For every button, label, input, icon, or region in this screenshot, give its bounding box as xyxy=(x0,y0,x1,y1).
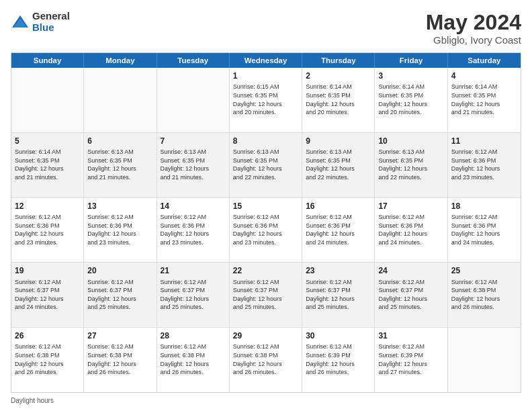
calendar-cell xyxy=(448,328,521,392)
calendar-cell: 24Sunrise: 6:12 AM Sunset: 6:37 PM Dayli… xyxy=(375,263,447,327)
day-info: Sunrise: 6:12 AM Sunset: 6:36 PM Dayligh… xyxy=(15,213,80,246)
day-info: Sunrise: 6:12 AM Sunset: 6:39 PM Dayligh… xyxy=(306,342,371,376)
day-number: 10 xyxy=(378,136,443,146)
day-number: 2 xyxy=(306,71,371,81)
calendar-cell: 13Sunrise: 6:12 AM Sunset: 6:36 PM Dayli… xyxy=(84,198,157,263)
calendar-cell: 17Sunrise: 6:12 AM Sunset: 6:36 PM Dayli… xyxy=(375,198,447,263)
day-number: 15 xyxy=(233,201,298,212)
weekday-header: Monday xyxy=(84,53,157,68)
day-number: 23 xyxy=(306,265,371,276)
day-info: Sunrise: 6:12 AM Sunset: 6:36 PM Dayligh… xyxy=(451,148,517,181)
day-info: Sunrise: 6:12 AM Sunset: 6:36 PM Dayligh… xyxy=(87,213,152,246)
calendar-cell: 19Sunrise: 6:12 AM Sunset: 6:37 PM Dayli… xyxy=(11,263,84,327)
day-number: 16 xyxy=(306,201,371,212)
day-number: 1 xyxy=(233,71,298,81)
logo-text: General Blue xyxy=(32,11,70,33)
day-number: 29 xyxy=(233,330,298,341)
day-number: 6 xyxy=(87,136,152,146)
calendar-cell: 25Sunrise: 6:12 AM Sunset: 6:38 PM Dayli… xyxy=(448,263,521,327)
calendar-cell: 23Sunrise: 6:12 AM Sunset: 6:37 PM Dayli… xyxy=(302,263,375,327)
day-info: Sunrise: 6:12 AM Sunset: 6:36 PM Dayligh… xyxy=(451,213,517,246)
day-info: Sunrise: 6:15 AM Sunset: 6:35 PM Dayligh… xyxy=(233,83,298,116)
calendar-cell: 11Sunrise: 6:12 AM Sunset: 6:36 PM Dayli… xyxy=(448,133,521,197)
calendar: SundayMondayTuesdayWednesdayThursdayFrid… xyxy=(11,52,521,393)
day-number: 17 xyxy=(378,201,443,212)
day-number: 19 xyxy=(15,265,80,276)
day-info: Sunrise: 6:12 AM Sunset: 6:37 PM Dayligh… xyxy=(87,278,152,312)
calendar-cell: 2Sunrise: 6:14 AM Sunset: 6:35 PM Daylig… xyxy=(302,68,375,132)
header: General Blue May 2024 Gbliglo, Ivory Coa… xyxy=(11,11,521,46)
calendar-cell: 8Sunrise: 6:13 AM Sunset: 6:35 PM Daylig… xyxy=(230,133,302,197)
day-number: 12 xyxy=(15,201,80,212)
day-number: 4 xyxy=(451,71,517,81)
calendar-cell: 31Sunrise: 6:12 AM Sunset: 6:39 PM Dayli… xyxy=(375,328,447,392)
day-info: Sunrise: 6:12 AM Sunset: 6:37 PM Dayligh… xyxy=(233,278,298,312)
weekday-header: Thursday xyxy=(302,53,375,68)
day-info: Sunrise: 6:12 AM Sunset: 6:36 PM Dayligh… xyxy=(161,213,226,246)
day-number: 18 xyxy=(451,201,517,212)
calendar-cell: 5Sunrise: 6:14 AM Sunset: 6:35 PM Daylig… xyxy=(11,133,84,197)
day-info: Sunrise: 6:14 AM Sunset: 6:35 PM Dayligh… xyxy=(306,83,371,116)
calendar-body: 1Sunrise: 6:15 AM Sunset: 6:35 PM Daylig… xyxy=(11,68,521,392)
day-number: 26 xyxy=(15,330,80,341)
day-info: Sunrise: 6:12 AM Sunset: 6:38 PM Dayligh… xyxy=(87,342,152,376)
weekday-header: Tuesday xyxy=(157,53,230,68)
calendar-cell: 27Sunrise: 6:12 AM Sunset: 6:38 PM Dayli… xyxy=(84,328,157,392)
calendar-cell: 10Sunrise: 6:13 AM Sunset: 6:35 PM Dayli… xyxy=(375,133,447,197)
calendar-cell: 21Sunrise: 6:12 AM Sunset: 6:37 PM Dayli… xyxy=(157,263,230,327)
calendar-row: 5Sunrise: 6:14 AM Sunset: 6:35 PM Daylig… xyxy=(11,132,521,197)
weekday-header: Friday xyxy=(375,53,447,68)
calendar-cell: 26Sunrise: 6:12 AM Sunset: 6:38 PM Dayli… xyxy=(11,328,84,392)
calendar-row: 12Sunrise: 6:12 AM Sunset: 6:36 PM Dayli… xyxy=(11,197,521,263)
logo-icon xyxy=(11,13,30,32)
calendar-row: 19Sunrise: 6:12 AM Sunset: 6:37 PM Dayli… xyxy=(11,262,521,327)
calendar-cell xyxy=(11,68,84,132)
day-info: Sunrise: 6:12 AM Sunset: 6:38 PM Dayligh… xyxy=(451,278,517,312)
day-info: Sunrise: 6:13 AM Sunset: 6:35 PM Dayligh… xyxy=(161,148,226,181)
day-info: Sunrise: 6:12 AM Sunset: 6:36 PM Dayligh… xyxy=(378,213,443,246)
calendar-cell: 28Sunrise: 6:12 AM Sunset: 6:38 PM Dayli… xyxy=(157,328,230,392)
calendar-cell xyxy=(84,68,157,132)
day-number: 20 xyxy=(87,265,152,276)
day-number: 24 xyxy=(378,265,443,276)
day-number: 3 xyxy=(378,71,443,81)
calendar-cell: 30Sunrise: 6:12 AM Sunset: 6:39 PM Dayli… xyxy=(302,328,375,392)
day-info: Sunrise: 6:12 AM Sunset: 6:36 PM Dayligh… xyxy=(306,213,371,246)
calendar-cell: 9Sunrise: 6:13 AM Sunset: 6:35 PM Daylig… xyxy=(302,133,375,197)
calendar-cell: 20Sunrise: 6:12 AM Sunset: 6:37 PM Dayli… xyxy=(84,263,157,327)
day-info: Sunrise: 6:12 AM Sunset: 6:38 PM Dayligh… xyxy=(161,342,226,376)
day-info: Sunrise: 6:12 AM Sunset: 6:37 PM Dayligh… xyxy=(161,278,226,312)
day-number: 27 xyxy=(87,330,152,341)
day-number: 25 xyxy=(451,265,517,276)
calendar-cell: 18Sunrise: 6:12 AM Sunset: 6:36 PM Dayli… xyxy=(448,198,521,263)
day-info: Sunrise: 6:13 AM Sunset: 6:35 PM Dayligh… xyxy=(233,148,298,181)
calendar-cell: 29Sunrise: 6:12 AM Sunset: 6:38 PM Dayli… xyxy=(230,328,302,392)
calendar-cell: 15Sunrise: 6:12 AM Sunset: 6:36 PM Dayli… xyxy=(230,198,302,263)
calendar-cell: 3Sunrise: 6:14 AM Sunset: 6:35 PM Daylig… xyxy=(375,68,447,132)
weekday-header: Saturday xyxy=(448,53,521,68)
day-number: 11 xyxy=(451,136,517,146)
day-info: Sunrise: 6:12 AM Sunset: 6:39 PM Dayligh… xyxy=(378,342,443,376)
day-info: Sunrise: 6:13 AM Sunset: 6:35 PM Dayligh… xyxy=(378,148,443,181)
day-info: Sunrise: 6:13 AM Sunset: 6:35 PM Dayligh… xyxy=(87,148,152,181)
logo: General Blue xyxy=(11,11,70,33)
title-location: Gbliglo, Ivory Coast xyxy=(426,34,521,46)
title-block: May 2024 Gbliglo, Ivory Coast xyxy=(426,11,521,46)
calendar-cell: 4Sunrise: 6:14 AM Sunset: 6:35 PM Daylig… xyxy=(448,68,521,132)
calendar-header: SundayMondayTuesdayWednesdayThursdayFrid… xyxy=(11,53,521,68)
calendar-cell: 12Sunrise: 6:12 AM Sunset: 6:36 PM Dayli… xyxy=(11,198,84,263)
day-number: 31 xyxy=(378,330,443,341)
calendar-row: 1Sunrise: 6:15 AM Sunset: 6:35 PM Daylig… xyxy=(11,68,521,132)
day-info: Sunrise: 6:14 AM Sunset: 6:35 PM Dayligh… xyxy=(451,83,517,116)
calendar-cell: 22Sunrise: 6:12 AM Sunset: 6:37 PM Dayli… xyxy=(230,263,302,327)
day-info: Sunrise: 6:12 AM Sunset: 6:37 PM Dayligh… xyxy=(378,278,443,312)
day-number: 5 xyxy=(15,136,80,146)
day-info: Sunrise: 6:12 AM Sunset: 6:37 PM Dayligh… xyxy=(306,278,371,312)
day-info: Sunrise: 6:12 AM Sunset: 6:37 PM Dayligh… xyxy=(15,278,80,312)
weekday-header: Wednesday xyxy=(230,53,302,68)
logo-blue: Blue xyxy=(32,22,70,34)
day-number: 8 xyxy=(233,136,298,146)
day-number: 14 xyxy=(161,201,226,212)
calendar-cell: 7Sunrise: 6:13 AM Sunset: 6:35 PM Daylig… xyxy=(157,133,230,197)
logo-general: General xyxy=(32,11,70,22)
